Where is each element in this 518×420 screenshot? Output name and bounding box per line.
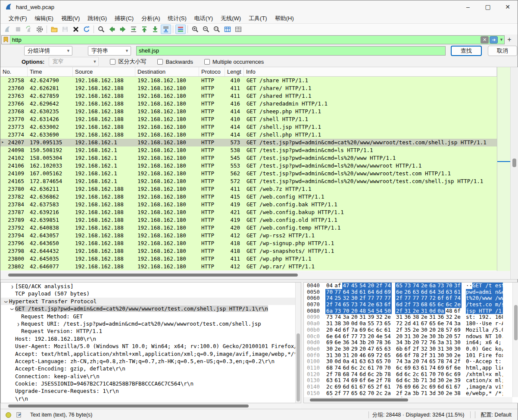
hex-byte[interactable]: 77 bbox=[334, 289, 342, 296]
hex-byte[interactable]: 04 bbox=[325, 283, 334, 289]
hex-byte[interactable]: 2f bbox=[453, 358, 462, 365]
hex-byte[interactable]: 78 bbox=[412, 352, 420, 359]
hex-byte[interactable]: 36 bbox=[437, 314, 445, 320]
hex-row[interactable]: 0060742532302f7777772f777777726f6f74t%20… bbox=[304, 295, 518, 302]
hex-row[interactable]: 00702f746573742e636f6d2f7368656c6c2e/tes… bbox=[304, 302, 518, 308]
hex-byte[interactable]: 3a bbox=[437, 339, 445, 346]
detail-tree-row[interactable]: ❯Hypertext Transfer Protocol bbox=[1, 298, 301, 305]
find-input[interactable] bbox=[136, 46, 446, 56]
hex-byte[interactable]: 63 bbox=[375, 302, 384, 308]
hex-byte[interactable]: 30 bbox=[325, 358, 334, 365]
hex-byte[interactable]: 38 bbox=[334, 320, 342, 327]
hex-byte[interactable]: 25 bbox=[334, 295, 342, 302]
hex-byte[interactable]: 74 bbox=[334, 314, 342, 320]
hex-byte[interactable]: 69 bbox=[367, 352, 375, 359]
hex-byte[interactable]: 30 bbox=[420, 327, 428, 333]
detail-tree-row[interactable]: Request Method: GET bbox=[1, 313, 301, 320]
hex-byte[interactable]: 70 bbox=[384, 358, 392, 365]
close-file-icon[interactable] bbox=[71, 25, 81, 34]
hex-byte[interactable]: 6e bbox=[367, 377, 375, 384]
save-file-icon[interactable] bbox=[60, 25, 70, 34]
hex-row[interactable]: 0100300d0a4163636570743a20746578742f0··A… bbox=[304, 358, 518, 365]
expert-info-icon[interactable] bbox=[6, 412, 11, 418]
hex-byte[interactable]: 6a bbox=[325, 308, 334, 314]
go-back-icon[interactable] bbox=[107, 25, 117, 34]
hex-byte[interactable]: 2f bbox=[420, 352, 428, 359]
hex-byte[interactable]: 2f bbox=[395, 327, 403, 333]
hex-byte[interactable]: 0a bbox=[437, 308, 445, 314]
hex-byte[interactable]: 64 bbox=[334, 333, 342, 340]
hex-byte[interactable]: 30 bbox=[428, 333, 437, 340]
zoom-out-icon[interactable] bbox=[201, 25, 211, 34]
hex-byte[interactable]: 2e bbox=[412, 308, 420, 314]
hex-byte[interactable]: 30 bbox=[453, 339, 462, 346]
hex-byte[interactable]: 69 bbox=[453, 327, 462, 333]
packet-row[interactable]: 24207➤179.095135192.168.162.1192.168.162… bbox=[0, 139, 497, 146]
hex-byte[interactable]: 31 bbox=[403, 333, 412, 340]
hex-byte[interactable]: 77 bbox=[375, 295, 384, 302]
detail-tree-row[interactable]: ❯[SEQ/ACK analysis] bbox=[1, 283, 301, 290]
hex-byte[interactable]: 30 bbox=[342, 320, 350, 327]
hex-byte[interactable]: 57 bbox=[445, 327, 453, 333]
hex-byte[interactable]: 36 bbox=[342, 339, 350, 346]
hex-byte[interactable]: 2f bbox=[395, 308, 403, 314]
hex-byte[interactable]: 67 bbox=[359, 384, 367, 390]
hex-byte[interactable]: 30 bbox=[437, 390, 445, 397]
hex-byte[interactable]: 28 bbox=[437, 327, 445, 333]
pane-splitter[interactable] bbox=[0, 279, 518, 282]
hex-byte[interactable]: 2e bbox=[453, 302, 462, 308]
hex-byte[interactable]: 31 bbox=[420, 308, 428, 314]
hex-byte[interactable]: 76 bbox=[428, 339, 437, 346]
hex-byte[interactable]: 61 bbox=[384, 384, 392, 390]
find-button[interactable]: 查找 bbox=[451, 46, 482, 56]
scrollbar-thumb[interactable] bbox=[8, 404, 249, 408]
packet-row[interactable]: 2378742.639216192.168.162.188192.168.162… bbox=[0, 208, 497, 216]
hex-byte[interactable]: 63 bbox=[445, 289, 453, 296]
hex-byte[interactable]: 20 bbox=[412, 358, 420, 365]
hex-byte[interactable]: 70 bbox=[445, 283, 453, 289]
hex-byte[interactable]: 2c bbox=[375, 390, 384, 397]
hex-row[interactable]: 00b0204d6f7a696c6c612f352e3020285769 Moz… bbox=[304, 327, 518, 333]
checkbox-case-sensitive[interactable]: 区分大小写 bbox=[110, 58, 146, 65]
hex-byte[interactable]: 2f bbox=[359, 295, 367, 302]
detail-tree-row[interactable]: Accept: text/html,application/xhtml+xml,… bbox=[1, 350, 301, 358]
hex-byte[interactable]: 6a bbox=[428, 283, 437, 289]
hex-byte[interactable]: 65 bbox=[367, 384, 375, 390]
detail-tree-row[interactable]: \r\n bbox=[1, 395, 301, 402]
hex-byte[interactable]: 77 bbox=[420, 295, 428, 302]
hex-byte[interactable]: 3b bbox=[359, 339, 367, 346]
auto-scroll-icon[interactable] bbox=[161, 25, 171, 34]
hex-byte[interactable]: 36 bbox=[403, 314, 412, 320]
hex-byte[interactable]: 4d bbox=[334, 327, 342, 333]
filter-dropdown-caret[interactable]: ▼ bbox=[499, 36, 504, 44]
packet-row[interactable]: 2378442.637583192.168.162.188192.168.162… bbox=[0, 201, 497, 208]
packet-row[interactable]: 2377442.633690192.168.162.188192.168.162… bbox=[0, 131, 497, 139]
go-first-icon[interactable] bbox=[139, 25, 150, 34]
detail-tree-row[interactable]: Host: 192.168.162.180\r\n bbox=[1, 335, 301, 342]
hex-horizontal-scrollbar[interactable] bbox=[304, 397, 512, 403]
packet-row[interactable]: 2379842.644432192.168.162.188192.168.162… bbox=[0, 247, 497, 255]
hex-byte[interactable]: 2e bbox=[384, 314, 392, 320]
packet-list-vertical-scrollbar[interactable] bbox=[510, 67, 518, 279]
hex-byte[interactable]: 6d bbox=[395, 377, 403, 384]
go-last-icon[interactable] bbox=[150, 25, 160, 34]
hex-byte[interactable]: 73 bbox=[350, 302, 359, 308]
hex-byte[interactable]: 29 bbox=[350, 346, 359, 352]
hex-byte[interactable]: 6c bbox=[437, 302, 445, 308]
hex-byte[interactable]: 64 bbox=[342, 289, 350, 296]
hex-byte[interactable]: 48 bbox=[445, 308, 453, 314]
hex-byte[interactable]: 2f bbox=[375, 384, 384, 390]
hex-byte[interactable]: 50 bbox=[384, 308, 392, 314]
hex-byte[interactable]: 65 bbox=[395, 283, 403, 289]
hex-byte[interactable]: 78 bbox=[334, 371, 342, 378]
minimize-button[interactable]: – bbox=[458, 0, 478, 13]
scrollbar-thumb[interactable] bbox=[512, 159, 516, 167]
hex-byte[interactable]: 61 bbox=[350, 384, 359, 390]
hex-byte[interactable]: 39 bbox=[367, 314, 375, 320]
hex-byte[interactable]: 63 bbox=[359, 358, 367, 365]
hex-byte[interactable]: 78 bbox=[375, 339, 384, 346]
hex-byte[interactable]: 3f bbox=[453, 283, 462, 289]
hex-row[interactable]: 004004af474554202f746573742e6a73703f··GE… bbox=[304, 283, 518, 289]
packet-row[interactable]: 2378042.636211192.168.162.188192.168.162… bbox=[0, 185, 497, 193]
hex-byte[interactable]: 2d bbox=[403, 320, 412, 327]
